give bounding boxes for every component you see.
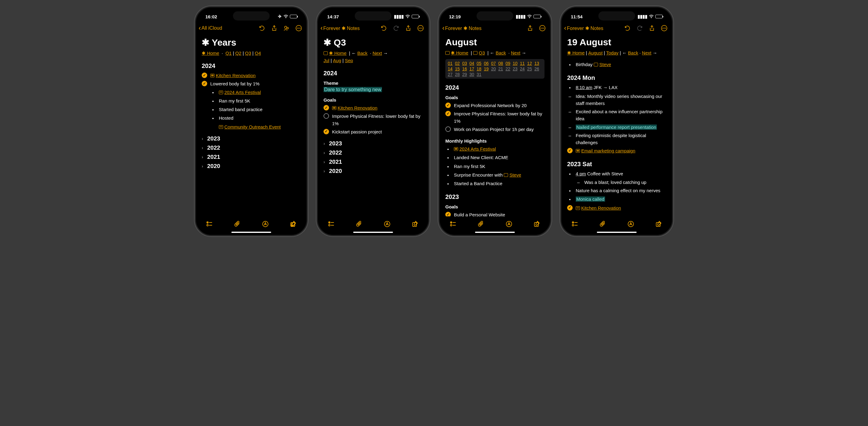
attachment-icon[interactable] (477, 220, 485, 228)
q3-link[interactable]: Q3 (245, 51, 251, 56)
undo-icon[interactable] (380, 25, 387, 32)
day-link[interactable]: 16 (462, 66, 467, 71)
fold-year[interactable]: ›2023 (202, 134, 301, 143)
day-link[interactable]: 28 (455, 72, 460, 77)
compose-icon[interactable] (289, 220, 297, 228)
day-link[interactable]: 22 (506, 66, 510, 71)
item-link[interactable]: Kitchen Renovation (338, 105, 377, 111)
share-icon[interactable] (271, 25, 278, 32)
day-link[interactable]: 15 (455, 66, 460, 71)
item-link[interactable]: Kitchen Renovation (216, 73, 255, 78)
day-link[interactable]: 10 (513, 61, 518, 66)
day-link[interactable]: 29 (462, 72, 467, 77)
home-indicator[interactable] (353, 232, 393, 233)
fold-year[interactable]: ›2021 (202, 152, 301, 161)
day-link[interactable]: 24 (520, 66, 525, 71)
home-link[interactable]: ✱ Home (202, 51, 219, 56)
markup-icon[interactable] (383, 220, 391, 228)
day-link[interactable]: 05 (476, 61, 482, 66)
checklist-icon[interactable] (571, 220, 579, 228)
back-link[interactable]: Back (357, 51, 367, 56)
jul-link[interactable]: Jul (323, 58, 329, 63)
day-link[interactable]: 20 (491, 66, 496, 71)
checkmark-icon[interactable] (445, 111, 451, 116)
checkmark-icon[interactable] (445, 102, 451, 108)
compose-icon[interactable] (533, 220, 541, 228)
share-icon[interactable] (649, 25, 655, 32)
back-link[interactable]: Back (496, 50, 506, 55)
fold-year[interactable]: ›2023 (323, 139, 423, 148)
day-link[interactable]: 11 (520, 61, 525, 66)
item-link[interactable]: Steve (599, 62, 611, 67)
item-link[interactable]: 2024 Arts Festival (459, 146, 496, 151)
checkmark-icon[interactable] (202, 72, 207, 78)
item-link[interactable]: Kitchen Renovation (581, 205, 621, 211)
home-indicator[interactable] (597, 232, 637, 233)
today-link[interactable]: Today (606, 50, 619, 55)
q2-link[interactable]: Q2 (235, 51, 242, 56)
undo-icon[interactable] (259, 25, 266, 32)
fold-year[interactable]: ›2021 (323, 157, 423, 166)
collaborate-icon[interactable] (283, 25, 290, 32)
fold-year[interactable]: ›2022 (202, 143, 301, 152)
home-indicator[interactable] (231, 232, 271, 233)
back-button[interactable]: ‹ Forever ✱ Notes (320, 24, 360, 32)
next-link[interactable]: Next (642, 50, 651, 55)
day-link[interactable]: 07 (491, 61, 496, 66)
fold-year[interactable]: ›2022 (323, 148, 423, 157)
attachment-icon[interactable] (234, 220, 242, 228)
q3-link[interactable]: Q3 (479, 50, 485, 55)
fold-year[interactable]: ›2020 (202, 161, 301, 171)
undo-icon[interactable] (624, 25, 631, 32)
compose-icon[interactable] (655, 220, 663, 228)
day-link[interactable]: 30 (469, 72, 474, 77)
share-icon[interactable] (527, 25, 533, 32)
checkmark-icon[interactable] (567, 148, 572, 153)
day-link[interactable]: 23 (513, 66, 518, 71)
checkmark-icon[interactable] (202, 81, 207, 86)
attachment-icon[interactable] (355, 220, 363, 228)
markup-icon[interactable] (627, 220, 635, 228)
more-icon[interactable] (296, 25, 302, 32)
day-link[interactable]: 31 (476, 72, 482, 77)
day-link[interactable]: 27 (448, 72, 453, 77)
day-link[interactable]: 04 (469, 61, 474, 66)
home-link[interactable]: ✱ Home (567, 50, 585, 55)
fold-year[interactable]: ›2020 (323, 166, 423, 176)
day-link[interactable]: 12 (527, 61, 532, 66)
more-icon[interactable] (539, 25, 546, 32)
day-link[interactable]: 02 (455, 61, 460, 66)
note-content[interactable]: ✱ Q3 ✱ Home |← Back ·Next → Jul|Aug|Sep … (317, 35, 429, 216)
next-link[interactable]: Next (511, 50, 520, 55)
item-link[interactable]: 2024 Arts Festival (224, 90, 261, 95)
attachment-icon[interactable] (599, 220, 607, 228)
day-link[interactable]: 18 (476, 66, 482, 71)
day-link[interactable]: 17 (469, 66, 474, 71)
home-link[interactable]: ✱ Home (451, 50, 468, 55)
back-button[interactable]: ‹ Forever ✱ Notes (564, 24, 603, 32)
day-link[interactable]: 19 (484, 66, 489, 71)
item-link[interactable]: Community Outreach Event (224, 124, 281, 129)
day-link[interactable]: 13 (534, 61, 539, 66)
next-link[interactable]: Next (372, 51, 382, 56)
more-icon[interactable] (417, 25, 424, 32)
note-content[interactable]: 19 August ✱ Home|August|Today|← Back·Nex… (561, 35, 673, 216)
note-content[interactable]: August ✱ Home |Q3 |← Back ·Next → 01 02 … (439, 35, 551, 216)
checkmark-icon[interactable] (323, 105, 329, 111)
checkmark-icon[interactable] (567, 205, 572, 211)
day-link[interactable]: 09 (506, 61, 510, 66)
checkmark-icon[interactable] (323, 129, 329, 134)
item-link[interactable]: Steve (509, 172, 521, 178)
back-button[interactable]: ‹ Forever ✱ Notes (442, 24, 482, 32)
back-button[interactable]: ‹ All iCloud (199, 24, 222, 32)
day-link[interactable]: 06 (484, 61, 489, 66)
item-link[interactable]: Email marketing campaign (581, 148, 636, 153)
day-link[interactable]: 21 (498, 66, 503, 71)
day-link[interactable]: 01 (448, 61, 453, 66)
aug-link[interactable]: Aug (333, 58, 341, 63)
home-indicator[interactable] (475, 232, 515, 233)
checkmark-icon[interactable] (445, 212, 451, 216)
circle-icon[interactable] (323, 113, 329, 119)
home-link[interactable]: ✱ Home (329, 51, 346, 56)
more-icon[interactable] (661, 25, 668, 32)
